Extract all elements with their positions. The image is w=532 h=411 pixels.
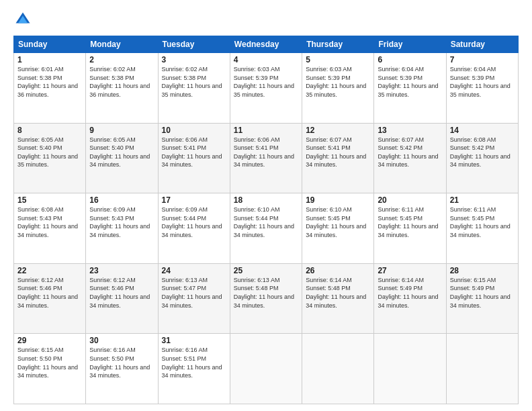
- day-header: Friday: [374, 36, 446, 53]
- calendar-cell: 20Sunrise: 6:11 AMSunset: 5:45 PMDayligh…: [374, 193, 446, 264]
- day-number: 4: [234, 55, 298, 64]
- day-info: Sunrise: 6:07 AMSunset: 5:42 PMDaylight:…: [378, 136, 442, 169]
- page: SundayMondayTuesdayWednesdayThursdayFrid…: [0, 0, 532, 411]
- calendar-cell: 21Sunrise: 6:11 AMSunset: 5:45 PMDayligh…: [446, 193, 518, 264]
- day-info: Sunrise: 6:13 AMSunset: 5:47 PMDaylight:…: [162, 276, 226, 310]
- day-number: 8: [17, 126, 82, 135]
- calendar-cell: 14Sunrise: 6:08 AMSunset: 5:42 PMDayligh…: [446, 123, 518, 193]
- day-info: Sunrise: 6:16 AMSunset: 5:50 PMDaylight:…: [89, 346, 154, 379]
- day-number: 7: [450, 55, 515, 64]
- calendar-cell: 18Sunrise: 6:10 AMSunset: 5:44 PMDayligh…: [230, 193, 302, 264]
- calendar-week-row: 29Sunrise: 6:15 AMSunset: 5:50 PMDayligh…: [14, 334, 519, 404]
- day-info: Sunrise: 6:08 AMSunset: 5:43 PMDaylight:…: [17, 205, 82, 239]
- calendar-cell: 3Sunrise: 6:02 AMSunset: 5:38 PMDaylight…: [158, 53, 230, 124]
- calendar-cell: 5Sunrise: 6:03 AMSunset: 5:39 PMDaylight…: [302, 53, 374, 124]
- calendar-cell: 27Sunrise: 6:14 AMSunset: 5:49 PMDayligh…: [374, 263, 446, 334]
- day-info: Sunrise: 6:11 AMSunset: 5:45 PMDaylight:…: [450, 205, 515, 239]
- day-info: Sunrise: 6:03 AMSunset: 5:39 PMDaylight:…: [234, 65, 298, 99]
- logo: [13, 10, 35, 29]
- day-info: Sunrise: 6:15 AMSunset: 5:49 PMDaylight:…: [450, 276, 515, 310]
- day-number: 11: [234, 126, 298, 135]
- calendar-cell: 12Sunrise: 6:07 AMSunset: 5:41 PMDayligh…: [302, 123, 374, 193]
- day-number: 30: [89, 336, 154, 345]
- day-info: Sunrise: 6:13 AMSunset: 5:48 PMDaylight:…: [234, 276, 298, 310]
- day-header: Thursday: [302, 36, 374, 53]
- day-number: 24: [162, 266, 226, 275]
- day-info: Sunrise: 6:16 AMSunset: 5:51 PMDaylight:…: [162, 346, 226, 379]
- calendar-cell: 13Sunrise: 6:07 AMSunset: 5:42 PMDayligh…: [374, 123, 446, 193]
- calendar-week-row: 1Sunrise: 6:01 AMSunset: 5:38 PMDaylight…: [14, 53, 519, 124]
- calendar-cell: 15Sunrise: 6:08 AMSunset: 5:43 PMDayligh…: [14, 193, 86, 264]
- calendar-cell: [302, 334, 374, 404]
- day-info: Sunrise: 6:06 AMSunset: 5:41 PMDaylight:…: [234, 136, 298, 169]
- day-header: Monday: [86, 36, 158, 53]
- calendar-cell: [446, 334, 518, 404]
- day-info: Sunrise: 6:07 AMSunset: 5:41 PMDaylight:…: [306, 136, 370, 169]
- calendar-cell: 30Sunrise: 6:16 AMSunset: 5:50 PMDayligh…: [86, 334, 158, 404]
- header: [13, 10, 519, 29]
- calendar-cell: 16Sunrise: 6:09 AMSunset: 5:43 PMDayligh…: [86, 193, 158, 264]
- calendar-cell: 1Sunrise: 6:01 AMSunset: 5:38 PMDaylight…: [14, 53, 86, 124]
- calendar-cell: 19Sunrise: 6:10 AMSunset: 5:45 PMDayligh…: [302, 193, 374, 264]
- day-number: 21: [450, 195, 515, 205]
- calendar-cell: [374, 334, 446, 404]
- calendar-week-row: 22Sunrise: 6:12 AMSunset: 5:46 PMDayligh…: [14, 263, 519, 334]
- calendar-cell: 23Sunrise: 6:12 AMSunset: 5:46 PMDayligh…: [86, 263, 158, 334]
- calendar-header-row: SundayMondayTuesdayWednesdayThursdayFrid…: [14, 36, 519, 53]
- calendar-cell: 7Sunrise: 6:04 AMSunset: 5:39 PMDaylight…: [446, 53, 518, 124]
- calendar-cell: [230, 334, 302, 404]
- day-number: 12: [306, 126, 370, 135]
- day-info: Sunrise: 6:09 AMSunset: 5:43 PMDaylight:…: [89, 205, 154, 239]
- calendar-week-row: 8Sunrise: 6:05 AMSunset: 5:40 PMDaylight…: [14, 123, 519, 193]
- day-info: Sunrise: 6:14 AMSunset: 5:49 PMDaylight:…: [378, 276, 442, 310]
- calendar-cell: 2Sunrise: 6:02 AMSunset: 5:38 PMDaylight…: [86, 53, 158, 124]
- day-number: 17: [162, 195, 226, 205]
- day-number: 28: [450, 266, 515, 275]
- calendar-table: SundayMondayTuesdayWednesdayThursdayFrid…: [13, 36, 519, 404]
- day-info: Sunrise: 6:10 AMSunset: 5:44 PMDaylight:…: [234, 205, 298, 239]
- day-number: 26: [306, 266, 370, 275]
- day-number: 5: [306, 55, 370, 64]
- day-number: 13: [378, 126, 442, 135]
- calendar-cell: 25Sunrise: 6:13 AMSunset: 5:48 PMDayligh…: [230, 263, 302, 334]
- day-number: 16: [89, 195, 154, 205]
- day-number: 2: [89, 55, 154, 64]
- day-info: Sunrise: 6:15 AMSunset: 5:50 PMDaylight:…: [17, 346, 82, 379]
- day-info: Sunrise: 6:10 AMSunset: 5:45 PMDaylight:…: [306, 205, 370, 239]
- day-info: Sunrise: 6:04 AMSunset: 5:39 PMDaylight:…: [450, 65, 515, 99]
- day-header: Saturday: [446, 36, 518, 53]
- day-number: 14: [450, 126, 515, 135]
- day-number: 3: [162, 55, 226, 64]
- day-info: Sunrise: 6:02 AMSunset: 5:38 PMDaylight:…: [162, 65, 226, 99]
- day-number: 23: [89, 266, 154, 275]
- day-info: Sunrise: 6:05 AMSunset: 5:40 PMDaylight:…: [89, 136, 154, 169]
- day-number: 6: [378, 55, 442, 64]
- calendar-cell: 28Sunrise: 6:15 AMSunset: 5:49 PMDayligh…: [446, 263, 518, 334]
- calendar-cell: 10Sunrise: 6:06 AMSunset: 5:41 PMDayligh…: [158, 123, 230, 193]
- calendar-week-row: 15Sunrise: 6:08 AMSunset: 5:43 PMDayligh…: [14, 193, 519, 264]
- day-info: Sunrise: 6:14 AMSunset: 5:48 PMDaylight:…: [306, 276, 370, 310]
- day-number: 25: [234, 266, 298, 275]
- day-number: 29: [17, 336, 82, 345]
- calendar-cell: 17Sunrise: 6:09 AMSunset: 5:44 PMDayligh…: [158, 193, 230, 264]
- calendar-cell: 11Sunrise: 6:06 AMSunset: 5:41 PMDayligh…: [230, 123, 302, 193]
- day-info: Sunrise: 6:11 AMSunset: 5:45 PMDaylight:…: [378, 205, 442, 239]
- day-info: Sunrise: 6:06 AMSunset: 5:41 PMDaylight:…: [162, 136, 226, 169]
- calendar-cell: 4Sunrise: 6:03 AMSunset: 5:39 PMDaylight…: [230, 53, 302, 124]
- day-number: 10: [162, 126, 226, 135]
- calendar-cell: 31Sunrise: 6:16 AMSunset: 5:51 PMDayligh…: [158, 334, 230, 404]
- day-number: 15: [17, 195, 82, 205]
- day-info: Sunrise: 6:02 AMSunset: 5:38 PMDaylight:…: [89, 65, 154, 99]
- day-info: Sunrise: 6:01 AMSunset: 5:38 PMDaylight:…: [17, 65, 82, 99]
- calendar-cell: 29Sunrise: 6:15 AMSunset: 5:50 PMDayligh…: [14, 334, 86, 404]
- calendar-cell: 6Sunrise: 6:04 AMSunset: 5:39 PMDaylight…: [374, 53, 446, 124]
- logo-icon: [13, 10, 32, 29]
- day-info: Sunrise: 6:03 AMSunset: 5:39 PMDaylight:…: [306, 65, 370, 99]
- day-info: Sunrise: 6:05 AMSunset: 5:40 PMDaylight:…: [17, 136, 82, 169]
- day-header: Wednesday: [230, 36, 302, 53]
- calendar-cell: 8Sunrise: 6:05 AMSunset: 5:40 PMDaylight…: [14, 123, 86, 193]
- day-number: 20: [378, 195, 442, 205]
- day-number: 18: [234, 195, 298, 205]
- day-info: Sunrise: 6:08 AMSunset: 5:42 PMDaylight:…: [450, 136, 515, 169]
- day-number: 19: [306, 195, 370, 205]
